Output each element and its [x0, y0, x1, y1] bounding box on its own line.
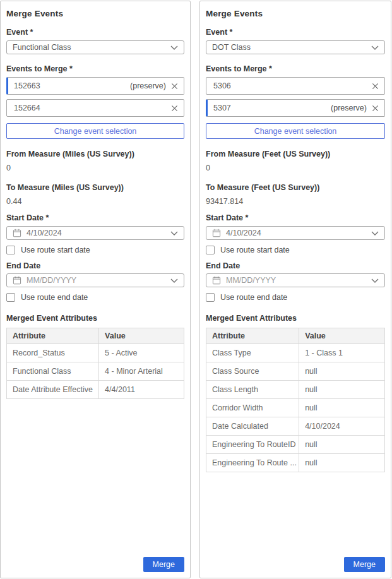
- close-icon[interactable]: [372, 105, 379, 112]
- event-to-merge-input[interactable]: 152664: [6, 99, 184, 117]
- chevron-down-icon: [170, 278, 178, 283]
- table-header-row: Attribute Value: [206, 328, 385, 344]
- attribute-cell: Engineering To RouteID: [206, 436, 299, 454]
- event-select[interactable]: Functional Class: [6, 40, 184, 54]
- start-date-picker[interactable]: 4/10/2024: [6, 226, 184, 240]
- merged-attributes-table: Attribute Value Class Type 1 - Class 1 C…: [206, 328, 385, 472]
- close-icon[interactable]: [171, 105, 178, 112]
- event-to-merge-input[interactable]: 152663 (preserve): [6, 77, 184, 95]
- value-cell: 4 - Minor Arterial: [99, 362, 184, 381]
- value-cell: null: [299, 436, 385, 454]
- calendar-icon: [212, 276, 221, 285]
- events-to-merge-label: Events to Merge *: [6, 64, 184, 73]
- merge-events-panel-left: Merge Events Event * Functional Class Ev…: [0, 1, 191, 578]
- events-to-merge-label: Events to Merge *: [206, 64, 385, 73]
- value-cell: 5 - Active: [99, 344, 184, 362]
- end-date-picker[interactable]: MM/DD/YYYY: [206, 273, 385, 287]
- use-route-start-date-row: Use route start date: [206, 246, 385, 254]
- use-route-end-date-row: Use route end date: [6, 293, 184, 302]
- value-cell: 4/4/2011: [99, 381, 184, 399]
- start-date-label: Start Date *: [6, 213, 184, 222]
- preserve-tag: (preserve): [130, 81, 166, 90]
- attribute-cell: Corridor Width: [206, 399, 299, 417]
- use-route-end-date-label: Use route end date: [220, 293, 287, 302]
- value-cell: null: [299, 381, 385, 399]
- column-header-attribute: Attribute: [7, 328, 99, 344]
- end-date-label: End Date: [6, 261, 184, 270]
- attribute-cell: Class Length: [206, 381, 299, 399]
- end-date-label: End Date: [206, 261, 385, 270]
- column-header-value: Value: [99, 328, 184, 344]
- merged-event-attributes-label: Merged Event Attributes: [206, 314, 385, 323]
- start-date-picker[interactable]: 4/10/2024: [206, 226, 385, 240]
- start-date-value: 4/10/2024: [226, 229, 366, 237]
- event-select[interactable]: DOT Class: [206, 40, 385, 54]
- attribute-cell: Date Attribute Effective: [7, 381, 99, 399]
- use-route-start-date-label: Use route start date: [21, 246, 90, 254]
- event-id: 152664: [14, 104, 166, 112]
- change-event-selection-button[interactable]: Change event selection: [206, 123, 385, 139]
- event-id: 5307: [213, 104, 331, 112]
- chevron-down-icon: [170, 231, 178, 236]
- merge-events-panels: Merge Events Event * Functional Class Ev…: [0, 0, 392, 578]
- table-row: Class Type 1 - Class 1: [206, 344, 385, 362]
- end-date-picker[interactable]: MM/DD/YYYY: [6, 273, 184, 287]
- event-id: 5306: [213, 81, 367, 90]
- use-route-start-date-checkbox[interactable]: [6, 246, 15, 254]
- merge-button[interactable]: Merge: [143, 557, 184, 572]
- table-row: Class Source null: [206, 362, 385, 381]
- value-cell: null: [299, 362, 385, 381]
- use-route-start-date-checkbox[interactable]: [206, 246, 215, 254]
- to-measure-value: 93417.814: [206, 197, 385, 206]
- from-measure-label: From Measure (Feet (US Survey)): [206, 150, 385, 158]
- column-header-value: Value: [299, 328, 385, 344]
- column-header-attribute: Attribute: [206, 328, 299, 344]
- use-route-end-date-label: Use route end date: [21, 293, 88, 302]
- close-icon[interactable]: [372, 83, 379, 90]
- to-measure-value: 0.44: [6, 197, 184, 206]
- calendar-icon: [13, 229, 21, 237]
- table-row: Engineering To Route ... null: [206, 454, 385, 472]
- event-select-value: DOT Class: [212, 43, 251, 52]
- merge-button[interactable]: Merge: [344, 557, 385, 572]
- use-route-start-date-row: Use route start date: [6, 246, 184, 254]
- event-id: 152663: [14, 81, 130, 90]
- event-select-value: Functional Class: [13, 43, 71, 52]
- merged-event-attributes-label: Merged Event Attributes: [6, 314, 184, 323]
- table-row: Functional Class 4 - Minor Arterial: [7, 362, 184, 381]
- table-row: Date Attribute Effective 4/4/2011: [7, 381, 184, 399]
- event-to-merge-input[interactable]: 5307 (preserve): [206, 99, 385, 117]
- change-event-selection-button[interactable]: Change event selection: [6, 123, 184, 139]
- attribute-cell: Engineering To Route ...: [206, 454, 299, 472]
- use-route-end-date-checkbox[interactable]: [6, 293, 15, 302]
- start-date-label: Start Date *: [206, 213, 385, 222]
- merge-events-panel-right: Merge Events Event * DOT Class Events to…: [199, 1, 391, 578]
- table-row: Corridor Width null: [206, 399, 385, 417]
- to-measure-label: To Measure (Miles (US Survey)): [6, 183, 184, 192]
- table-row: Engineering To RouteID null: [206, 436, 385, 454]
- event-label: Event *: [6, 28, 184, 37]
- close-icon[interactable]: [171, 83, 178, 90]
- use-route-start-date-label: Use route start date: [220, 246, 290, 254]
- event-label: Event *: [206, 28, 385, 37]
- page-title: Merge Events: [6, 9, 184, 18]
- from-measure-value: 0: [6, 164, 184, 172]
- attribute-cell: Class Source: [206, 362, 299, 381]
- table-row: Class Length null: [206, 381, 385, 399]
- chevron-down-icon: [170, 45, 178, 50]
- merged-attributes-table: Attribute Value Record_Status 5 - Active…: [6, 328, 184, 399]
- value-cell: null: [299, 399, 385, 417]
- table-row: Date Calculated 4/10/2024: [206, 417, 385, 436]
- end-date-placeholder: MM/DD/YYYY: [226, 276, 366, 285]
- use-route-end-date-checkbox[interactable]: [206, 293, 215, 302]
- page-title: Merge Events: [206, 9, 385, 18]
- from-measure-value: 0: [206, 164, 385, 172]
- from-measure-label: From Measure (Miles (US Survey)): [6, 150, 184, 158]
- attribute-cell: Date Calculated: [206, 417, 299, 436]
- event-to-merge-input[interactable]: 5306: [206, 77, 385, 95]
- chevron-down-icon: [371, 45, 379, 50]
- attribute-cell: Class Type: [206, 344, 299, 362]
- calendar-icon: [212, 229, 221, 237]
- value-cell: 4/10/2024: [299, 417, 385, 436]
- attribute-cell: Record_Status: [7, 344, 99, 362]
